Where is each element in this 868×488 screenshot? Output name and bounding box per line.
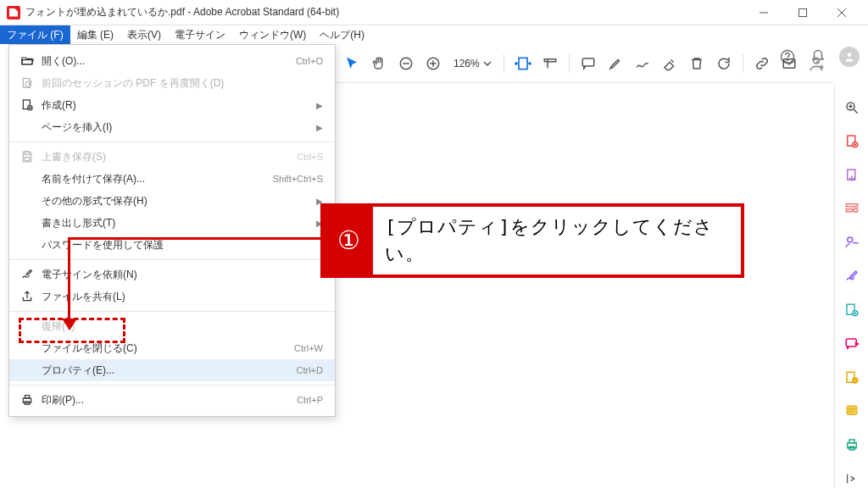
menu-item[interactable]: 書き出し形式(T)▶ [9, 212, 335, 234]
menu-item-label: 復帰(T) [36, 319, 323, 334]
menu-item-label: 開く(O)... [36, 54, 296, 69]
avatar-icon[interactable] [839, 47, 860, 67]
reopen-icon [18, 76, 36, 90]
svg-point-28 [854, 208, 858, 213]
menu-item[interactable]: 印刷(P)...Ctrl+P [9, 389, 335, 411]
read-mode-icon[interactable] [538, 52, 562, 75]
menu-item-label: パスワードを使用して保護 [36, 238, 323, 252]
rotate-icon[interactable] [712, 52, 736, 75]
svg-rect-36 [847, 406, 857, 415]
callout-number: ① [324, 207, 373, 274]
svg-rect-49 [25, 396, 29, 398]
svg-rect-47 [25, 158, 29, 161]
menu-item[interactable]: ページを挿入(I)▶ [9, 116, 335, 138]
menu-item: 前回のセッションの PDF を再度開く(D) [9, 72, 335, 94]
delete-icon[interactable] [685, 52, 709, 75]
share-icon [18, 290, 36, 303]
zoom-out-icon[interactable] [394, 52, 418, 75]
hand-tool-icon[interactable] [367, 52, 391, 75]
menu-edit[interactable]: 編集 (E) [70, 25, 120, 44]
svg-rect-32 [846, 339, 856, 347]
toolbar: 126% [335, 44, 834, 83]
svg-rect-12 [519, 58, 527, 69]
menu-item-label: ページを挿入(I) [36, 120, 316, 135]
menu-file[interactable]: ファイル (F) [0, 25, 70, 44]
svg-rect-27 [846, 209, 853, 212]
draw-icon[interactable] [631, 52, 654, 75]
menu-shortcut: Shift+Ctrl+S [273, 174, 323, 184]
menu-shortcut: Ctrl+S [297, 152, 323, 162]
highlight-icon[interactable] [604, 52, 627, 75]
menu-item-label: ファイルを共有(L) [36, 290, 323, 304]
menu-shortcut: Ctrl+D [297, 365, 323, 375]
file-menu-dropdown: 開く(O)...Ctrl+O前回のセッションの PDF を再度開く(D)作成(R… [8, 44, 336, 417]
share-person-icon[interactable] [804, 52, 828, 75]
menu-help[interactable]: ヘルプ(H) [313, 25, 371, 44]
maximize-button[interactable] [783, 0, 822, 25]
create-pdf-icon[interactable] [843, 132, 861, 151]
menu-item[interactable]: ファイルを共有(L) [9, 286, 335, 308]
menu-item[interactable]: 作成(R)▶ [9, 94, 335, 116]
right-tool-rail [834, 83, 868, 488]
zoom-level[interactable]: 126% [448, 58, 497, 69]
menu-item[interactable]: その他の形式で保存(H)▶ [9, 190, 335, 212]
edit-pdf-icon[interactable] [843, 199, 861, 218]
submenu-arrow-icon: ▶ [316, 101, 323, 110]
zoom-in-icon[interactable] [421, 52, 445, 75]
svg-line-18 [854, 109, 858, 114]
menubar: ファイル (F) 編集 (E) 表示(V) 電子サイン ウィンドウ(W) ヘルプ… [0, 25, 868, 44]
fill-sign-icon[interactable] [843, 267, 861, 286]
menu-item-label: 電子サインを依頼(N) [36, 268, 323, 282]
select-tool-icon[interactable] [340, 52, 364, 75]
submenu-arrow-icon: ▶ [316, 123, 323, 132]
create-icon [18, 98, 36, 112]
instruction-callout: ① [プロパティ]をクリックしてください。 [320, 203, 744, 278]
window-title: フォントが埋め込まれているか.pdf - Adobe Acrobat Stand… [25, 5, 744, 19]
svg-point-6 [848, 53, 852, 57]
request-sign-icon[interactable] [843, 233, 861, 252]
menu-item-label: 作成(R) [36, 98, 316, 113]
svg-point-16 [819, 64, 823, 69]
sticky-note-icon[interactable] [843, 402, 861, 420]
menu-item-label: その他の形式で保存(H) [36, 194, 316, 208]
search-icon[interactable] [843, 98, 861, 117]
menu-view[interactable]: 表示(V) [120, 25, 168, 44]
esign-icon [18, 268, 36, 281]
menu-item-label: 名前を付けて保存(A)... [36, 172, 273, 186]
menu-item-label: 上書き保存(S) [36, 150, 297, 164]
svg-rect-1 [799, 8, 807, 16]
svg-rect-13 [582, 58, 594, 66]
export-pdf-icon[interactable] [843, 166, 861, 185]
organize-pages-icon[interactable] [843, 301, 861, 319]
app-icon [7, 6, 20, 19]
close-button[interactable] [822, 0, 861, 25]
document-viewport[interactable] [336, 83, 834, 488]
menu-item-label: プロパティ(E)... [36, 363, 297, 378]
menu-item[interactable]: 名前を付けて保存(A)...Shift+Ctrl+S [9, 168, 335, 190]
menu-item[interactable]: プロパティ(E)...Ctrl+D [9, 359, 335, 381]
callout-arrow [68, 237, 320, 240]
erase-icon[interactable] [658, 52, 682, 75]
comment-icon[interactable] [576, 52, 600, 75]
menu-shortcut: Ctrl+W [294, 343, 323, 353]
menu-item-label: 前回のセッションの PDF を再度開く(D) [36, 76, 323, 91]
expand-rail-icon[interactable] [843, 469, 861, 488]
zoom-value: 126% [453, 58, 480, 69]
minimize-button[interactable] [744, 0, 783, 25]
print-production-icon[interactable] [843, 435, 861, 454]
svg-rect-38 [849, 440, 854, 443]
svg-point-29 [847, 237, 852, 242]
stamp-icon[interactable] [843, 369, 861, 387]
mail-icon[interactable] [777, 52, 801, 75]
send-comment-icon[interactable] [843, 335, 861, 353]
fit-width-icon[interactable] [511, 52, 535, 75]
menu-esign[interactable]: 電子サイン [168, 25, 232, 44]
menu-shortcut: Ctrl+P [297, 395, 323, 405]
menu-item[interactable]: 電子サインを依頼(N) [9, 263, 335, 286]
link-icon[interactable] [750, 52, 774, 75]
menu-item-label: ファイルを閉じる(C) [36, 341, 294, 356]
menu-item[interactable]: 開く(O)...Ctrl+O [9, 50, 335, 72]
menu-item[interactable]: ファイルを閉じる(C)Ctrl+W [9, 337, 335, 359]
menu-window[interactable]: ウィンドウ(W) [232, 25, 313, 44]
print-icon [18, 393, 36, 407]
